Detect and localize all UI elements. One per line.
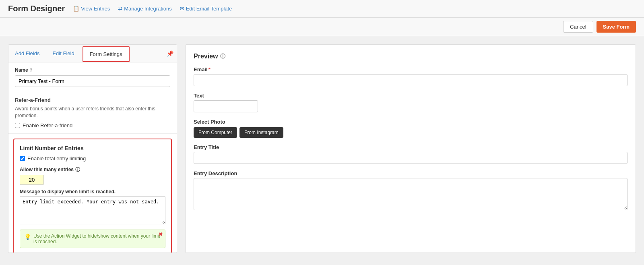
app-title: Form Designer bbox=[8, 4, 65, 13]
tab-form-settings[interactable]: Form Settings bbox=[83, 46, 130, 62]
entry-description-textarea[interactable] bbox=[194, 178, 627, 210]
left-panel: Add Fields Edit Field Form Settings 📌 Na… bbox=[8, 44, 177, 253]
action-tip-text: Use the Action Widget to hide/show conte… bbox=[33, 233, 161, 244]
entries-input[interactable] bbox=[20, 175, 44, 185]
select-photo-field-group: Select Photo From Computer From Instagra… bbox=[194, 119, 627, 138]
allow-entries-help-icon[interactable]: ⓘ bbox=[75, 166, 80, 173]
entry-title-label: Entry Title bbox=[194, 144, 627, 150]
toolbar: Cancel Save Form bbox=[0, 18, 644, 36]
save-form-button[interactable]: Save Form bbox=[597, 21, 636, 33]
limit-enable-checkbox[interactable] bbox=[20, 156, 25, 161]
name-help-icon[interactable]: ? bbox=[30, 68, 33, 72]
action-tip: 💡 Use the Action Widget to hide/show con… bbox=[20, 230, 165, 248]
entry-title-input[interactable] bbox=[194, 152, 627, 164]
name-section: Name ? bbox=[8, 62, 177, 92]
panel-body: Name ? Refer-a-Friend Award bonus points… bbox=[8, 62, 177, 253]
text-input[interactable] bbox=[194, 100, 258, 112]
tabs-bar: Add Fields Edit Field Form Settings 📌 bbox=[8, 45, 177, 62]
cancel-button[interactable]: Cancel bbox=[563, 21, 593, 33]
manage-integrations-link[interactable]: ⇄ Manage Integrations bbox=[118, 6, 172, 12]
name-label: Name ? bbox=[15, 67, 170, 73]
edit-email-template-link[interactable]: ✉ Edit Email Template bbox=[180, 6, 232, 12]
tab-add-fields[interactable]: Add Fields bbox=[8, 46, 46, 60]
limit-message-label: Message to display when limit is reached… bbox=[20, 189, 165, 195]
refer-title: Refer-a-Friend bbox=[15, 97, 170, 103]
form-name-input[interactable] bbox=[15, 75, 170, 87]
limit-message-textarea[interactable]: Entry limit exceeded. Your entry was not… bbox=[20, 196, 165, 224]
pin-icon[interactable]: 📌 bbox=[167, 50, 173, 57]
view-entries-link[interactable]: 📋 View Entries bbox=[73, 6, 110, 12]
limit-message-group: Message to display when limit is reached… bbox=[20, 189, 165, 226]
photo-buttons-row: From Computer From Instagram bbox=[194, 127, 627, 138]
limit-enable-label: Enable total entry limiting bbox=[27, 155, 86, 161]
email-icon: ✉ bbox=[180, 6, 184, 12]
email-input[interactable] bbox=[194, 74, 627, 86]
refer-desc: Award bonus points when a user refers fr… bbox=[15, 106, 170, 119]
text-label: Text bbox=[194, 93, 627, 99]
entry-description-label: Entry Description bbox=[194, 170, 627, 176]
email-label: Email * bbox=[194, 66, 627, 72]
text-field-group: Text bbox=[194, 93, 627, 112]
allow-entries-group: Allow this many entries ⓘ bbox=[20, 166, 165, 185]
email-required: * bbox=[208, 66, 211, 72]
preview-panel: Preview ⓘ Email * Text Select Photo From… bbox=[185, 44, 636, 253]
flow-icon: ⇄ bbox=[118, 6, 122, 12]
refer-checkbox-row: Enable Refer-a-friend bbox=[15, 122, 170, 128]
limit-title: Limit Number of Entries bbox=[20, 145, 165, 151]
entry-description-field-group: Entry Description bbox=[194, 170, 627, 211]
refer-checkbox[interactable] bbox=[15, 123, 20, 128]
allow-entries-label: Allow this many entries ⓘ bbox=[20, 166, 165, 173]
tab-edit-field[interactable]: Edit Field bbox=[46, 46, 80, 60]
preview-help-icon[interactable]: ⓘ bbox=[220, 53, 225, 60]
refer-checkbox-label: Enable Refer-a-friend bbox=[23, 122, 72, 128]
preview-title: Preview ⓘ bbox=[194, 53, 627, 60]
refer-section: Refer-a-Friend Award bonus points when a… bbox=[8, 92, 177, 134]
table-icon: 📋 bbox=[73, 6, 79, 12]
close-tip-button[interactable]: ✖ bbox=[159, 232, 163, 237]
from-computer-button[interactable]: From Computer bbox=[194, 127, 237, 138]
limit-section: Limit Number of Entries Enable total ent… bbox=[13, 139, 172, 253]
bulb-icon: 💡 bbox=[24, 234, 31, 240]
limit-enable-row: Enable total entry limiting bbox=[20, 155, 165, 161]
entry-title-field-group: Entry Title bbox=[194, 144, 627, 164]
app-header: Form Designer 📋 View Entries ⇄ Manage In… bbox=[0, 0, 644, 18]
select-photo-label: Select Photo bbox=[194, 119, 627, 125]
main-layout: Add Fields Edit Field Form Settings 📌 Na… bbox=[0, 36, 644, 261]
from-instagram-button[interactable]: From Instagram bbox=[239, 127, 283, 138]
email-field-group: Email * bbox=[194, 66, 627, 86]
